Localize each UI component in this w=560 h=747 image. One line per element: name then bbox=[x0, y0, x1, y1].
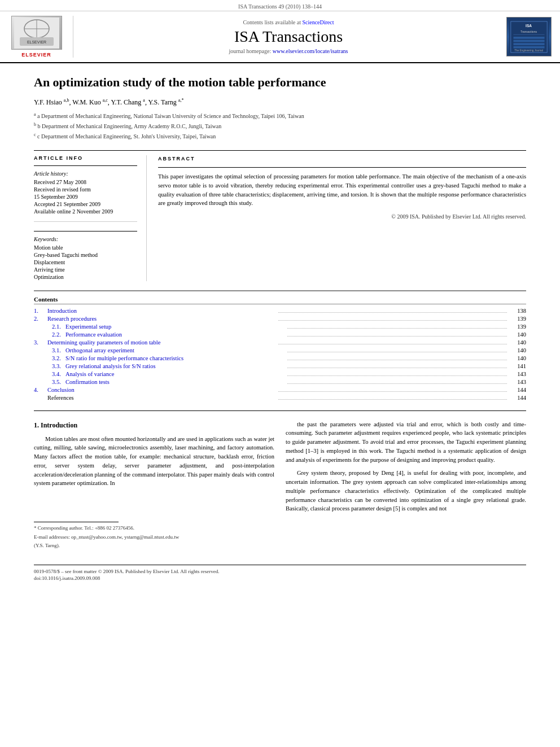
toc-title-3-1[interactable]: Orthogonal array experiment bbox=[65, 347, 285, 353]
toc-title-1[interactable]: Introduction bbox=[47, 308, 276, 314]
toc-title-ref[interactable]: References bbox=[47, 395, 276, 401]
svg-text:Transactions: Transactions bbox=[520, 29, 537, 33]
toc-num-1: 1. bbox=[34, 308, 47, 314]
footnote-corresponding: * Corresponding author. Tel.: +886 02 27… bbox=[34, 525, 274, 532]
toc-num-4: 4. bbox=[34, 387, 47, 393]
toc-page-3-2: 140 bbox=[509, 355, 526, 361]
intro-paragraph-2: the past the parameters were adjusted vi… bbox=[286, 420, 526, 465]
toc-page-3: 140 bbox=[509, 339, 526, 346]
sciencedirect-link[interactable]: ScienceDirect bbox=[302, 19, 334, 25]
article-content: An optimization study of the motion tabl… bbox=[0, 63, 560, 593]
history-label: Article history: bbox=[34, 171, 137, 177]
keywords-label: Keywords: bbox=[34, 236, 137, 242]
contents-heading: Contents bbox=[34, 296, 526, 304]
author-hsiao: Y.F. Hsiao a,b bbox=[34, 98, 69, 106]
page-footer: 0019-0578/$ – see front matter © 2009 IS… bbox=[34, 565, 526, 581]
body-column-right: the past the parameters were adjusted vi… bbox=[286, 420, 526, 551]
abstract-block: ABSTRACT This paper investigates the opt… bbox=[158, 155, 526, 281]
toc-page-2: 139 bbox=[509, 316, 526, 322]
history-revised-date: 15 September 2009 bbox=[34, 194, 137, 200]
footnote-divider bbox=[34, 522, 119, 522]
abstract-divider bbox=[158, 167, 526, 168]
author-tarng: Y.S. Tarng a,* bbox=[148, 98, 183, 106]
toc-num-3-5: 3.5. bbox=[52, 379, 65, 385]
keyword-2: Grey-based Taguchi method bbox=[34, 252, 137, 258]
toc-item-3: 3. Determining quality parameters of mot… bbox=[34, 339, 526, 346]
toc-num-3-4: 3.4. bbox=[52, 371, 65, 377]
toc-item-ref: References 144 bbox=[34, 395, 526, 401]
history-accepted: Accepted 21 September 2009 bbox=[34, 201, 137, 207]
toc-item-3-4: 3.4. Analysis of variance 143 bbox=[34, 371, 526, 378]
journal-header: ELSEVIER ELSEVIER Contents lists availab… bbox=[0, 11, 560, 63]
affiliation-a: a a Department of Mechanical Engineering… bbox=[34, 111, 526, 120]
journal-title: ISA Transactions bbox=[234, 28, 343, 46]
svg-text:ISA: ISA bbox=[526, 24, 532, 28]
toc-dots-1 bbox=[278, 312, 507, 313]
toc-dots-2-2 bbox=[287, 336, 507, 337]
toc-num-2-2: 2.2. bbox=[52, 331, 65, 338]
toc-dots-3-2 bbox=[287, 360, 507, 360]
body-column-left: 1. Introduction Motion tables are most o… bbox=[34, 420, 274, 551]
keyword-4: Arriving time bbox=[34, 267, 137, 273]
article-title: An optimization study of the motion tabl… bbox=[34, 75, 526, 91]
toc-item-2: 2. Research procedures 139 bbox=[34, 316, 526, 322]
toc-title-3[interactable]: Determining quality parameters of motion… bbox=[47, 339, 276, 346]
toc-title-2-2[interactable]: Performance evaluation bbox=[65, 331, 285, 338]
toc-dots-3-1 bbox=[287, 352, 507, 352]
toc-page-3-4: 143 bbox=[509, 371, 526, 377]
affiliation-b: b b Department of Mechanical Engineering… bbox=[34, 121, 526, 130]
toc-dots-3-4 bbox=[287, 375, 507, 376]
toc-page-2-2: 140 bbox=[509, 331, 526, 338]
toc-title-2[interactable]: Research procedures bbox=[47, 316, 276, 322]
svg-rect-14 bbox=[513, 46, 544, 48]
toc-dots-4 bbox=[278, 391, 507, 392]
toc-num-3-2: 3.2. bbox=[52, 355, 65, 361]
toc-dots-3-3 bbox=[287, 368, 507, 368]
table-of-contents: Contents 1. Introduction 138 2. Research… bbox=[34, 290, 526, 401]
toc-dots-ref bbox=[278, 399, 507, 400]
journal-citation: ISA Transactions 49 (2010) 138–144 bbox=[238, 3, 322, 10]
author-chang: Y.T. Chang a bbox=[111, 98, 145, 106]
history-online: Available online 2 November 2009 bbox=[34, 208, 137, 215]
abstract-text: This paper investigates the optimal sele… bbox=[158, 172, 526, 208]
toc-title-3-3[interactable]: Grey relational analysis for S/N ratios bbox=[65, 363, 285, 369]
toc-item-2-2: 2.2. Performance evaluation 140 bbox=[34, 331, 526, 338]
header-divider bbox=[34, 150, 526, 151]
journal-homepage-link[interactable]: www.elsevier.com/locate/isatrans bbox=[273, 48, 348, 54]
article-info-left: ARTICLE INFO Article history: Received 2… bbox=[34, 155, 147, 281]
toc-title-3-4[interactable]: Analysis of variance bbox=[65, 371, 285, 377]
abstract-heading: ABSTRACT bbox=[158, 155, 526, 163]
svg-rect-11 bbox=[513, 37, 544, 39]
toc-title-4[interactable]: Conclusion bbox=[47, 387, 276, 393]
toc-item-3-3: 3.3. Grey relational analysis for S/N ra… bbox=[34, 363, 526, 370]
toc-page-3-5: 143 bbox=[509, 379, 526, 385]
keyword-1: Motion table bbox=[34, 244, 137, 251]
toc-item-3-1: 3.1. Orthogonal array experiment 140 bbox=[34, 347, 526, 354]
elsevier-brand-text: ELSEVIER bbox=[21, 52, 51, 58]
footer-issn: 0019-0578/$ – see front matter © 2009 IS… bbox=[34, 569, 526, 574]
keywords-section: Keywords: Motion table Grey-based Taguch… bbox=[34, 221, 137, 280]
contents-available-line: Contents lists available at ScienceDirec… bbox=[243, 19, 334, 25]
toc-num-3-3: 3.3. bbox=[52, 363, 65, 369]
history-received: Received 27 May 2008 bbox=[34, 179, 137, 185]
article-info-heading: ARTICLE INFO bbox=[34, 155, 137, 161]
toc-title-2-1[interactable]: Experimental setup bbox=[65, 324, 285, 330]
toc-page-1: 138 bbox=[509, 308, 526, 314]
toc-item-3-5: 3.5. Confirmation tests 143 bbox=[34, 379, 526, 386]
section-1-title: 1. Introduction bbox=[34, 420, 274, 430]
isa-transactions-logo: ISA Transactions The Engineering Journal bbox=[506, 17, 552, 56]
elsevier-logo-image: ELSEVIER bbox=[11, 16, 62, 50]
toc-dots-2-1 bbox=[287, 328, 507, 329]
toc-item-4: 4. Conclusion 144 bbox=[34, 387, 526, 394]
svg-rect-12 bbox=[513, 40, 544, 42]
toc-title-3-5[interactable]: Confirmation tests bbox=[65, 379, 285, 385]
top-bar: ISA Transactions 49 (2010) 138–144 bbox=[0, 0, 560, 11]
toc-title-3-2[interactable]: S/N ratio for multiple performance chara… bbox=[65, 355, 285, 361]
toc-dots-2 bbox=[278, 320, 507, 321]
footnote-area: * Corresponding author. Tel.: +886 02 27… bbox=[34, 522, 274, 550]
info-divider bbox=[34, 165, 137, 166]
main-body-section: 1. Introduction Motion tables are most o… bbox=[34, 410, 526, 551]
svg-text:The Engineering Journal: The Engineering Journal bbox=[514, 49, 543, 52]
affiliation-c: c c Department of Mechanical Engineering… bbox=[34, 132, 526, 141]
toc-num-2-1: 2.1. bbox=[52, 324, 65, 330]
